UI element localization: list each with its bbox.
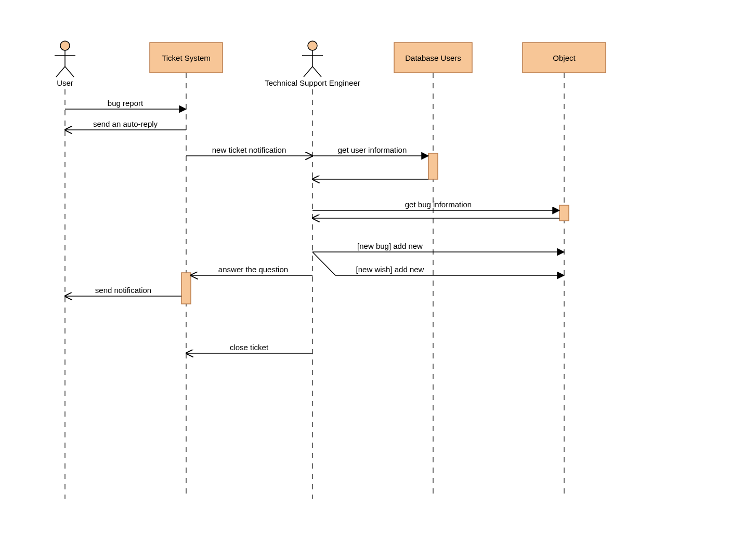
message-answer-question: answer the question — [191, 265, 312, 275]
message-new-ticket: new ticket notification — [186, 145, 312, 156]
message-auto-reply: send an auto-reply — [65, 119, 186, 130]
message-bug-report: bug report — [65, 99, 186, 109]
participant-user: User — [55, 41, 75, 499]
participant-engineer-label: Technical Support Engineer — [265, 78, 360, 87]
participant-ticket-label: Ticket System — [162, 54, 211, 62]
message-send-notification: send notification — [65, 286, 181, 296]
message-label: send notification — [95, 286, 151, 295]
message-label: new ticket notification — [212, 145, 286, 154]
message-add-new-wish: [new wish] add new — [312, 252, 564, 275]
message-close-ticket: close ticket — [186, 343, 312, 353]
activation-dbusers — [428, 153, 438, 179]
participant-object-label: Object — [553, 54, 576, 62]
message-label: close ticket — [230, 343, 269, 352]
message-label: send an auto-reply — [93, 119, 158, 128]
message-label: get user information — [338, 145, 407, 154]
message-get-bug-info: get bug information — [312, 200, 559, 218]
participant-object: Object — [523, 43, 606, 499]
participant-ticket-system: Ticket System — [150, 43, 223, 499]
message-label: answer the question — [218, 265, 288, 274]
message-get-user-info: get user information — [312, 145, 428, 156]
actor-head-icon — [60, 41, 70, 50]
svg-line-7 — [312, 66, 321, 77]
sequence-diagram: User Ticket System Technical Support Eng… — [0, 0, 756, 533]
participant-user-label: User — [57, 78, 73, 87]
svg-line-6 — [304, 66, 312, 77]
svg-line-3 — [65, 66, 74, 77]
actor-head-icon — [308, 41, 317, 50]
activation-ticket — [181, 273, 191, 304]
message-label: bug report — [108, 99, 144, 108]
activation-object — [559, 205, 569, 221]
message-add-new-bug: [new bug] add new — [312, 242, 564, 252]
message-label: [new wish] add new — [356, 265, 424, 274]
participant-dbusers-label: Database Users — [405, 54, 461, 62]
svg-line-2 — [56, 66, 65, 77]
message-label: get bug information — [405, 200, 472, 209]
message-label: [new bug] add new — [357, 242, 423, 250]
